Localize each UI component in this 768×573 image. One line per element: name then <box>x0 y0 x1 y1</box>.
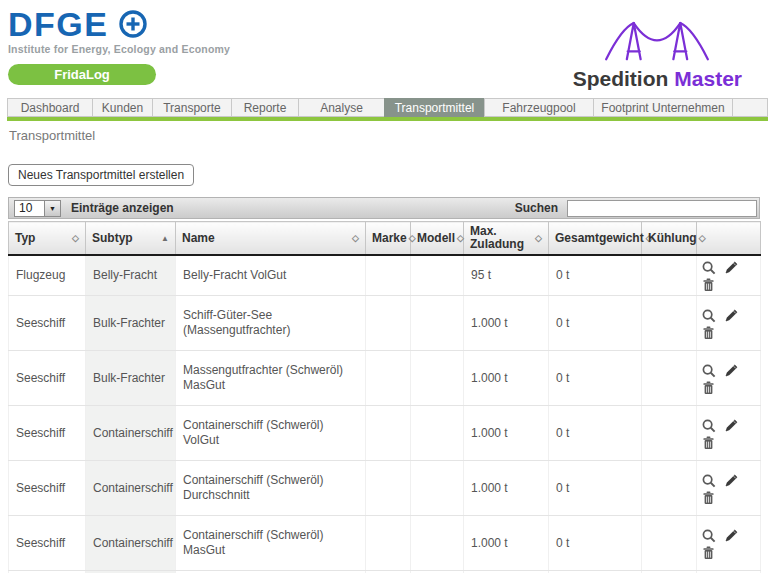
cell-max_zuladung: 1.000 t <box>464 296 549 351</box>
breadcrumb: Transportmittel <box>9 128 95 143</box>
brand-secondary: Master <box>674 67 742 90</box>
column-label: Max. Zuladung <box>470 225 533 251</box>
cell-max_zuladung: 95 t <box>464 255 549 296</box>
circle-plus-icon <box>118 9 148 39</box>
column-label: Kühlung <box>648 232 697 245</box>
column-label: Typ <box>15 232 35 245</box>
view-icon[interactable] <box>701 308 716 323</box>
cell-subtyp: Containerschiff <box>86 461 176 516</box>
tab-kunden[interactable]: Kunden <box>92 98 153 117</box>
edit-icon[interactable] <box>723 528 738 543</box>
column-label: Gesamtgewicht <box>555 232 644 245</box>
column-header-modell[interactable]: Modell◇ <box>411 222 464 256</box>
cell-typ: Seeschiff <box>9 351 86 406</box>
column-header-name[interactable]: Name◇ <box>176 222 366 256</box>
cell-subtyp: Containerschiff <box>86 516 176 571</box>
cell-kuehlung <box>642 351 697 406</box>
tab-footprint-unternehmen[interactable]: Footprint Unternehmen <box>593 98 733 117</box>
cell-typ: Seeschiff <box>9 406 86 461</box>
view-icon[interactable] <box>701 528 716 543</box>
cell-actions <box>697 406 761 461</box>
cell-actions <box>697 255 761 296</box>
cell-name: Massengutfrachter (Schweröl) MasGut <box>176 351 366 406</box>
cell-name: Containerschiff (Schweröl) Durchschnitt <box>176 461 366 516</box>
brand-title: SpeditionMaster <box>573 68 742 90</box>
dfge-logo: DFGE <box>8 6 108 42</box>
edit-icon[interactable] <box>723 261 738 276</box>
column-header-actions <box>697 222 761 256</box>
sort-icon: ◇ <box>699 233 706 243</box>
cell-marke <box>366 296 411 351</box>
accent-divider <box>7 117 768 121</box>
search-wrap: Suchen <box>515 198 759 218</box>
edit-icon[interactable] <box>723 418 738 433</box>
delete-icon[interactable] <box>701 435 716 450</box>
cell-name: Belly-Fracht VolGut <box>176 255 366 296</box>
sort-icon: ◇ <box>457 233 464 243</box>
main-nav: DashboardKundenTransporteReporteAnalyseT… <box>7 98 768 117</box>
tab-dashboard[interactable]: Dashboard <box>7 98 93 117</box>
column-header-kuehlung[interactable]: Kühlung◇ <box>642 222 697 256</box>
bridge-icon <box>601 16 713 68</box>
table-row: FlugzeugBelly-FrachtBelly-Fracht VolGut9… <box>9 255 761 296</box>
column-header-max_zuladung[interactable]: Max. Zuladung◇ <box>464 222 549 256</box>
cell-name: Containerschiff (Schweröl) VolGut <box>176 406 366 461</box>
tab-transporte[interactable]: Transporte <box>152 98 232 117</box>
cell-modell <box>411 406 464 461</box>
cell-actions <box>697 351 761 406</box>
brand-primary: Spedition <box>573 67 669 90</box>
view-icon[interactable] <box>701 261 716 276</box>
page-size-select[interactable]: 10 ▼ <box>14 200 61 217</box>
delete-icon[interactable] <box>701 325 716 340</box>
edit-icon[interactable] <box>723 308 738 323</box>
cell-modell <box>411 255 464 296</box>
tab-transportmittel[interactable]: Transportmittel <box>384 98 485 117</box>
delete-icon[interactable] <box>701 380 716 395</box>
table-body: FlugzeugBelly-FrachtBelly-Fracht VolGut9… <box>9 255 761 573</box>
cell-max_zuladung: 1.000 t <box>464 516 549 571</box>
table-row: SeeschiffContainerschiffContainerschiff … <box>9 461 761 516</box>
column-header-subtyp[interactable]: Subtyp▲ <box>86 222 176 256</box>
cell-marke <box>366 255 411 296</box>
table-row: SeeschiffContainerschiffContainerschiff … <box>9 406 761 461</box>
page: DFGE Institute for Energy, Ecology and E… <box>0 0 768 573</box>
entries-label: Einträge anzeigen <box>71 201 174 215</box>
cell-subtyp: Bulk-Frachter <box>86 351 176 406</box>
table-header-row: Typ◇Subtyp▲Name◇Marke◇Modell◇Max. Zuladu… <box>9 222 761 256</box>
cell-gesamtgewicht: 0 t <box>549 461 642 516</box>
sort-icon: ◇ <box>72 233 79 243</box>
cell-gesamtgewicht: 0 t <box>549 255 642 296</box>
cell-kuehlung <box>642 296 697 351</box>
column-header-gesamtgewicht[interactable]: Gesamtgewicht◇ <box>549 222 642 256</box>
logo-block: DFGE Institute for Energy, Ecology and E… <box>8 6 230 85</box>
tab-reporte[interactable]: Reporte <box>231 98 299 117</box>
view-icon[interactable] <box>701 418 716 433</box>
cell-kuehlung <box>642 461 697 516</box>
cell-max_zuladung: 1.000 t <box>464 406 549 461</box>
cell-gesamtgewicht: 0 t <box>549 516 642 571</box>
table-row: SeeschiffBulk-FrachterSchiff-Güter-See (… <box>9 296 761 351</box>
delete-icon[interactable] <box>701 490 716 505</box>
create-transportmittel-button[interactable]: Neues Transportmittel erstellen <box>8 164 194 186</box>
column-label: Name <box>182 232 215 245</box>
cell-modell <box>411 351 464 406</box>
edit-icon[interactable] <box>723 363 738 378</box>
cell-actions <box>697 296 761 351</box>
delete-icon[interactable] <box>701 278 716 293</box>
cell-marke <box>366 461 411 516</box>
cell-typ: Seeschiff <box>9 516 86 571</box>
tab-analyse[interactable]: Analyse <box>298 98 385 117</box>
search-input[interactable] <box>567 200 757 217</box>
column-header-marke[interactable]: Marke◇ <box>366 222 411 256</box>
cell-modell <box>411 296 464 351</box>
tab-fahrzeugpool[interactable]: Fahrzeugpool <box>484 98 594 117</box>
column-header-typ[interactable]: Typ◇ <box>9 222 86 256</box>
logo-tagline: Institute for Energy, Ecology and Econom… <box>8 43 230 55</box>
view-icon[interactable] <box>701 473 716 488</box>
cell-gesamtgewicht: 0 t <box>549 296 642 351</box>
table-row: SeeschiffBulk-FrachterMassengutfrachter … <box>9 351 761 406</box>
edit-icon[interactable] <box>723 473 738 488</box>
fridalog-badge[interactable]: FridaLog <box>8 64 156 85</box>
delete-icon[interactable] <box>701 545 716 560</box>
view-icon[interactable] <box>701 363 716 378</box>
